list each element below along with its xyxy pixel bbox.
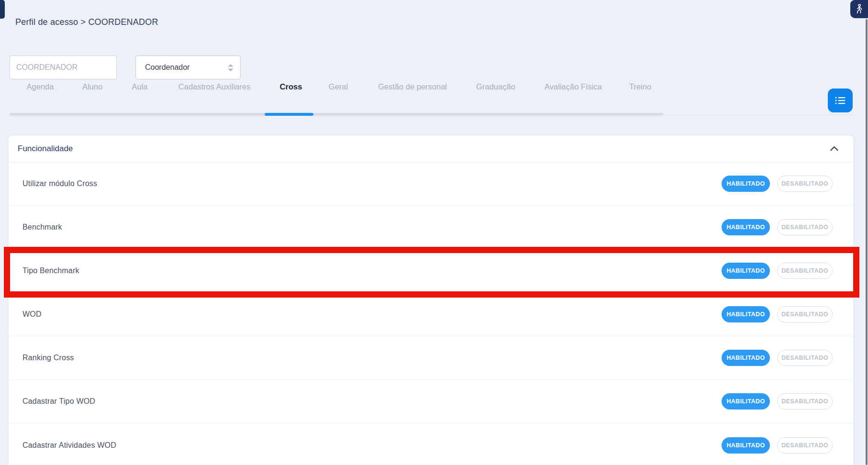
desabilitado-button[interactable]: DESABILITADO	[777, 437, 833, 454]
habilitado-button[interactable]: HABILITADO	[722, 393, 770, 410]
permission-row-ranking-cross: Ranking Cross HABILITADO DESABILITADO	[9, 336, 853, 380]
permission-label: Benchmark	[22, 223, 722, 232]
profile-type-select-value: Coordenador	[145, 63, 228, 72]
tab-aula[interactable]: Aula	[132, 82, 147, 91]
tab-cadastros-auxiliares[interactable]: Cadastros Auxiliares	[178, 82, 250, 91]
active-tab-indicator	[265, 113, 313, 116]
chevron-up-icon	[830, 146, 838, 151]
collapse-section-button[interactable]	[828, 144, 840, 153]
tab-cross[interactable]: Cross	[280, 82, 302, 91]
habilitado-button[interactable]: HABILITADO	[722, 437, 770, 454]
walking-person-icon	[855, 4, 864, 14]
tab-gestao-de-personal[interactable]: Gestão de personal	[378, 82, 447, 91]
permission-label: Cadastrar Tipo WOD	[22, 397, 722, 406]
permission-label: Tipo Benchmark	[22, 266, 722, 275]
habilitado-button[interactable]: HABILITADO	[722, 350, 770, 366]
permission-label: WOD	[22, 310, 722, 319]
section-title: Funcionalidade	[18, 144, 828, 154]
tab-agenda[interactable]: Agenda	[27, 82, 54, 91]
permission-row-utilizar-modulo-cross: Utilizar módulo Cross HABILITADO DESABIL…	[9, 162, 853, 206]
tab-geral[interactable]: Geral	[329, 82, 348, 91]
habilitado-button[interactable]: HABILITADO	[722, 176, 770, 192]
desabilitado-button[interactable]: DESABILITADO	[777, 176, 833, 192]
profile-type-select[interactable]: Coordenador	[135, 55, 241, 79]
desabilitado-button[interactable]: DESABILITADO	[777, 306, 833, 322]
permission-row-cadastrar-atividades-wod: Cadastrar Atividades WOD HABILITADO DESA…	[9, 423, 853, 465]
permission-row-tipo-benchmark: Tipo Benchmark HABILITADO DESABILITADO	[9, 249, 853, 293]
accessibility-button[interactable]	[850, 0, 868, 18]
permissions-card-header: Funcionalidade	[9, 135, 853, 162]
vertical-scrollbar-thumb[interactable]	[866, 19, 868, 465]
desabilitado-button[interactable]: DESABILITADO	[777, 393, 833, 410]
permission-label: Ranking Cross	[22, 354, 722, 362]
desabilitado-button[interactable]: DESABILITADO	[777, 219, 833, 235]
tab-scroll-track	[10, 113, 663, 116]
permissions-card: Funcionalidade Utilizar módulo Cross HAB…	[9, 135, 853, 465]
habilitado-button[interactable]: HABILITADO	[722, 263, 770, 279]
breadcrumb: Perfil de acesso > COORDENADOR	[15, 17, 158, 27]
permission-label: Utilizar módulo Cross	[22, 179, 722, 188]
access-profile-page: Perfil de acesso > COORDENADOR Coordenad…	[0, 0, 868, 465]
permission-label: Cadastrar Atividades WOD	[22, 441, 722, 450]
list-icon	[835, 96, 846, 105]
habilitado-button[interactable]: HABILITADO	[722, 219, 770, 235]
habilitado-button[interactable]: HABILITADO	[722, 306, 770, 322]
permission-row-wod: WOD HABILITADO DESABILITADO	[9, 293, 853, 336]
desabilitado-button[interactable]: DESABILITADO	[777, 350, 833, 366]
sort-arrows-icon	[228, 64, 234, 71]
desabilitado-button[interactable]: DESABILITADO	[777, 263, 833, 279]
permission-row-cadastrar-tipo-wod: Cadastrar Tipo WOD HABILITADO DESABILITA…	[9, 380, 853, 423]
permission-row-benchmark: Benchmark HABILITADO DESABILITADO	[9, 206, 853, 249]
tab-graduacao[interactable]: Graduação	[476, 82, 515, 91]
list-view-button[interactable]	[828, 89, 853, 112]
tab-aluno[interactable]: Aluno	[82, 82, 102, 91]
profile-name-input[interactable]	[10, 55, 117, 79]
page-accent-bar	[0, 0, 5, 19]
tab-treino[interactable]: Treino	[629, 82, 651, 91]
tab-avaliacao-fisica[interactable]: Avaliação Física	[545, 82, 602, 91]
